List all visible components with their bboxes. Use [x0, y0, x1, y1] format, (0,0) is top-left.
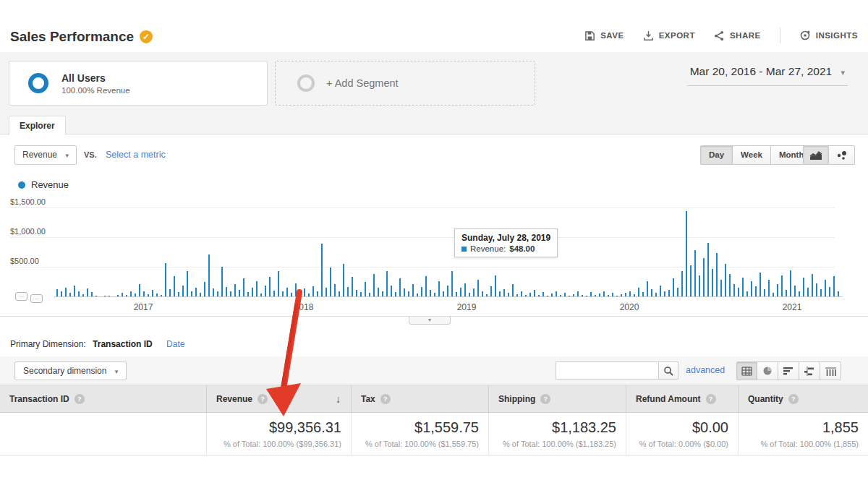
- y-axis-label: $1,500.00: [10, 197, 46, 206]
- tab-explorer[interactable]: Explorer: [9, 116, 66, 135]
- x-axis-tick: 2021: [783, 302, 802, 312]
- percentage-view-button[interactable]: [757, 361, 778, 380]
- save-button[interactable]: SAVE: [584, 30, 624, 41]
- add-segment-button[interactable]: + Add Segment: [275, 61, 535, 106]
- header-divider: [780, 27, 780, 43]
- performance-view-icon: [783, 367, 794, 375]
- chart-bar: [668, 290, 670, 296]
- metric-bar: Revenue ▾ VS. Select a metric Day Week M…: [0, 135, 868, 170]
- chart-bar: [265, 286, 266, 296]
- advanced-filter-link[interactable]: advanced: [686, 365, 725, 375]
- chart-bar: [213, 288, 214, 296]
- summary-cell-tax: $1,559.75 % of Total: 100.00% ($1,559.75…: [351, 413, 488, 455]
- chart-bar: [751, 281, 752, 296]
- chart-bar: [699, 275, 700, 296]
- column-label: Quantity: [748, 394, 783, 404]
- y-axis-label: $500.00: [10, 257, 39, 265]
- chart-bar: [217, 291, 218, 296]
- summary-percent: % of Total: 100.00% ($99,356.31): [207, 440, 341, 448]
- chart-bar: [447, 286, 448, 296]
- chevron-down-icon: ▾: [841, 68, 845, 77]
- chart-bar: [382, 291, 383, 296]
- column-header-revenue[interactable]: Revenue ? ↓: [206, 385, 351, 412]
- dimension-transaction-id[interactable]: Transaction ID: [93, 339, 153, 349]
- table-view-icon: [741, 367, 752, 376]
- segment-all-users[interactable]: All Users 100.00% Revenue: [9, 61, 268, 106]
- chart-bar: [725, 264, 726, 296]
- help-icon[interactable]: ?: [75, 394, 85, 404]
- column-label: Tax: [361, 394, 375, 404]
- granularity-day-button[interactable]: Day: [700, 145, 733, 165]
- search-button[interactable]: [658, 361, 678, 380]
- search-input[interactable]: [556, 361, 658, 380]
- chart-bar: [404, 288, 405, 296]
- chart-bar: [430, 290, 431, 296]
- chart-bar: [412, 284, 414, 296]
- chart-bar: [174, 276, 175, 296]
- chart-bar: [169, 289, 171, 296]
- help-icon[interactable]: ?: [706, 394, 716, 404]
- column-label: Revenue: [216, 394, 252, 404]
- date-range-selector[interactable]: Mar 20, 2016 - Mar 27, 2021 ▾: [687, 64, 848, 86]
- table-view-button[interactable]: [736, 361, 757, 380]
- sort-descending-icon[interactable]: ↓: [336, 393, 341, 405]
- chart-bar: [707, 243, 709, 296]
- pivot-view-icon: [825, 367, 836, 376]
- line-chart-button[interactable]: [803, 145, 829, 165]
- chevron-down-icon: ▾: [428, 317, 431, 323]
- chart-bar: [720, 280, 722, 296]
- chart-bar: [816, 283, 817, 296]
- chart-bar: [603, 291, 605, 296]
- table-summary-row: $99,356.31 % of Total: 100.00% ($99,356.…: [0, 413, 868, 455]
- secondary-dimension-dropdown[interactable]: Secondary dimension ▾: [14, 361, 127, 380]
- export-download-icon: [643, 30, 654, 41]
- select-metric-link[interactable]: Select a metric: [106, 150, 166, 160]
- secondary-dimension-label: Secondary dimension: [23, 366, 106, 376]
- insights-button[interactable]: INSIGHTS: [799, 30, 858, 41]
- help-icon[interactable]: ?: [258, 394, 268, 404]
- chart-bar: [512, 284, 514, 296]
- summary-value: $1,183.25: [489, 419, 616, 436]
- performance-view-button[interactable]: [778, 361, 799, 380]
- add-segment-label: + Add Segment: [326, 77, 399, 89]
- column-header-refund-amount[interactable]: Refund Amount ?: [626, 385, 738, 412]
- add-segment-circle-icon: [297, 74, 315, 92]
- chart-bar: [807, 288, 809, 296]
- metric-dropdown[interactable]: Revenue ▾: [14, 145, 77, 165]
- chart-bar: [490, 286, 492, 296]
- chart-bar: [686, 211, 687, 296]
- chart-bar: [660, 286, 661, 296]
- chart-bar: [712, 269, 713, 296]
- chart-bar: [195, 288, 197, 296]
- chart-bar: [477, 280, 479, 296]
- revenue-bar-chart[interactable]: [54, 195, 843, 296]
- granularity-week-button[interactable]: Week: [733, 145, 771, 165]
- chart-bar: [681, 271, 683, 296]
- legend-dot-icon: [18, 181, 25, 189]
- segment-ring-icon: [28, 73, 48, 93]
- summary-value: $99,356.31: [207, 419, 341, 436]
- chart-bar: [438, 281, 440, 296]
- chart-bar: [282, 291, 284, 296]
- vs-label: VS.: [84, 150, 97, 159]
- column-header-shipping[interactable]: Shipping ?: [488, 385, 626, 412]
- column-header-quantity[interactable]: Quantity ?: [738, 385, 868, 412]
- chart-collapse-handle[interactable]: ▾: [409, 317, 451, 325]
- annotation-marker-icon[interactable]: ⋯: [15, 292, 27, 301]
- column-label: Refund Amount: [636, 394, 701, 404]
- column-header-tax[interactable]: Tax ?: [351, 385, 488, 412]
- help-icon[interactable]: ?: [540, 394, 550, 404]
- column-header-transaction-id[interactable]: Transaction ID ?: [0, 385, 206, 412]
- insights-label: INSIGHTS: [816, 31, 858, 40]
- pivot-view-button[interactable]: [820, 361, 841, 380]
- help-icon[interactable]: ?: [380, 394, 391, 404]
- share-button[interactable]: SHARE: [714, 30, 761, 41]
- dimension-date-link[interactable]: Date: [166, 339, 184, 349]
- motion-chart-button[interactable]: [829, 145, 855, 165]
- comparison-view-button[interactable]: [799, 361, 820, 380]
- annotation-marker-icon[interactable]: ⋯: [30, 294, 43, 303]
- export-button[interactable]: EXPORT: [643, 30, 695, 41]
- chart-bar: [473, 288, 475, 296]
- help-icon[interactable]: ?: [788, 394, 799, 404]
- x-axis-tick: 2018: [294, 302, 314, 312]
